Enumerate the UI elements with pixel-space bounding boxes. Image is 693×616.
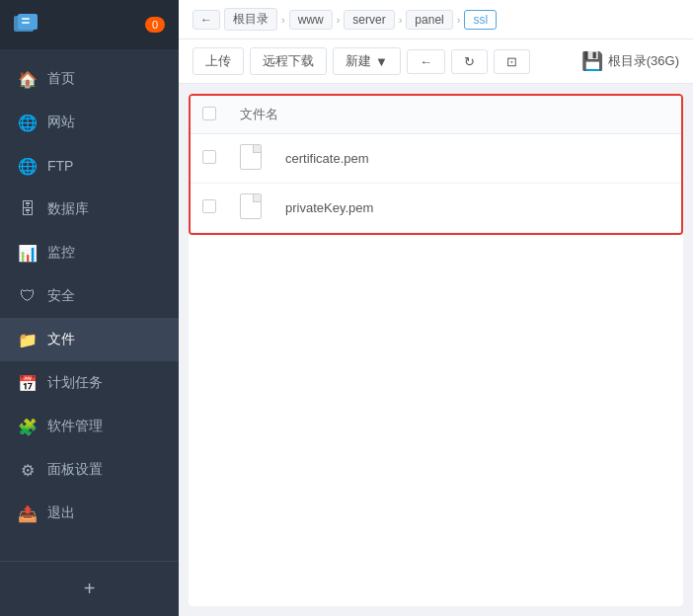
column-filename: 文件名	[228, 96, 610, 134]
refresh-icon: ↻	[464, 54, 475, 69]
sidebar-item-label: 计划任务	[47, 374, 103, 392]
sidebar-item-label: 安全	[47, 287, 75, 305]
logo	[14, 14, 41, 36]
back-icon: ←	[420, 54, 432, 69]
column-check	[191, 96, 228, 134]
panel-icon: ⚙	[18, 460, 38, 480]
file-table: 文件名 certificate.pem	[191, 96, 681, 233]
sidebar: 0 🏠 首页 🌐 网站 🌐 FTP 🗄 数据库 📊 监控 🛡 安全 📁 文	[0, 0, 179, 616]
sidebar-header: 0	[0, 0, 179, 49]
breadcrumb-root[interactable]: 根目录	[224, 8, 277, 31]
sidebar-item-database[interactable]: 🗄 数据库	[0, 188, 179, 231]
new-dropdown-icon: ▼	[375, 54, 388, 69]
back-button[interactable]: ←	[407, 49, 445, 74]
breadcrumb-www[interactable]: www	[289, 10, 333, 30]
file-doc-icon-2	[240, 193, 262, 219]
svg-rect-2	[22, 18, 30, 20]
breadcrumb-back-button[interactable]: ←	[192, 10, 220, 30]
upload-button[interactable]: 上传	[192, 47, 244, 75]
website-icon: 🌐	[18, 113, 38, 132]
sidebar-item-ftp[interactable]: 🌐 FTP	[0, 144, 179, 188]
sidebar-item-home[interactable]: 🏠 首页	[0, 57, 179, 101]
notification-badge[interactable]: 0	[145, 17, 165, 33]
file-name-2[interactable]: privateKey.pem	[273, 184, 610, 233]
file-checkbox-1[interactable]	[202, 150, 216, 164]
file-checkbox-2[interactable]	[202, 199, 216, 213]
logout-icon: 📤	[18, 503, 38, 523]
toolbar: 上传 远程下载 新建 ▼ ← ↻ ⊡ 💾 根目录(36G)	[179, 39, 693, 84]
sidebar-item-label: 监控	[47, 244, 75, 262]
software-icon: 🧩	[18, 417, 38, 436]
new-button[interactable]: 新建 ▼	[333, 47, 401, 75]
sidebar-item-label: FTP	[47, 158, 73, 174]
tasks-icon: 📅	[18, 373, 38, 393]
disk-icon: 💾	[581, 50, 603, 72]
breadcrumb-ssl[interactable]: ssl	[464, 10, 497, 30]
row-check-1	[191, 134, 228, 184]
sidebar-item-monitor[interactable]: 📊 监控	[0, 231, 179, 274]
sidebar-item-label: 面板设置	[47, 461, 103, 479]
sidebar-item-label: 退出	[47, 504, 75, 522]
home-icon: 🏠	[18, 69, 38, 89]
breadcrumb-panel[interactable]: panel	[406, 10, 452, 30]
disk-label: 根目录(36G)	[608, 52, 679, 70]
add-button[interactable]: +	[84, 578, 96, 600]
main-content: ← 根目录 › www › server › panel › ssl 上传 远程…	[179, 0, 693, 616]
file-doc-icon-1	[240, 144, 262, 170]
sidebar-nav: 🏠 首页 🌐 网站 🌐 FTP 🗄 数据库 📊 监控 🛡 安全 📁 文件 📅	[0, 49, 179, 561]
sidebar-item-security[interactable]: 🛡 安全	[0, 274, 179, 318]
svg-rect-3	[22, 22, 30, 24]
file-icon-cell-2	[228, 184, 273, 233]
remote-download-button[interactable]: 远程下载	[250, 47, 327, 75]
monitor-icon: 📊	[18, 243, 38, 263]
sidebar-footer: +	[0, 561, 179, 616]
new-label: 新建	[346, 52, 371, 70]
select-all-checkbox[interactable]	[202, 107, 216, 120]
file-actions-1	[610, 134, 681, 184]
table-row: privateKey.pem	[191, 184, 681, 233]
sidebar-item-label: 网站	[47, 114, 75, 131]
breadcrumb: ← 根目录 › www › server › panel › ssl	[179, 0, 693, 39]
sidebar-item-files[interactable]: 📁 文件	[0, 318, 179, 361]
file-icon-cell-1	[228, 134, 273, 184]
file-manager: 文件名 certificate.pem	[189, 94, 683, 606]
sidebar-item-logout[interactable]: 📤 退出	[0, 492, 179, 535]
sidebar-item-label: 文件	[47, 331, 75, 348]
breadcrumb-sep-1: ›	[281, 14, 285, 26]
sidebar-item-label: 软件管理	[47, 418, 103, 435]
back-arrow-icon: ←	[200, 13, 212, 27]
sidebar-item-software[interactable]: 🧩 软件管理	[0, 405, 179, 448]
sidebar-item-panel[interactable]: ⚙ 面板设置	[0, 448, 179, 492]
file-table-outline: 文件名 certificate.pem	[189, 94, 683, 235]
file-actions-2	[610, 184, 681, 233]
fullscreen-button[interactable]: ⊡	[494, 49, 530, 74]
breadcrumb-server[interactable]: server	[344, 10, 394, 30]
sidebar-item-label: 首页	[47, 70, 75, 88]
breadcrumb-sep-2: ›	[337, 14, 341, 26]
files-icon: 📁	[18, 330, 38, 349]
table-row: certificate.pem	[191, 134, 681, 184]
fullscreen-icon: ⊡	[506, 54, 517, 69]
sidebar-item-tasks[interactable]: 📅 计划任务	[0, 361, 179, 405]
disk-info: 💾 根目录(36G)	[581, 50, 679, 72]
refresh-button[interactable]: ↻	[451, 49, 488, 74]
breadcrumb-sep-3: ›	[399, 14, 403, 26]
file-name-1[interactable]: certificate.pem	[273, 134, 610, 184]
logo-icon	[14, 14, 41, 36]
ftp-icon: 🌐	[18, 156, 38, 176]
security-icon: 🛡	[18, 286, 38, 306]
breadcrumb-sep-4: ›	[457, 14, 461, 26]
column-extra	[610, 96, 681, 134]
row-check-2	[191, 184, 228, 233]
database-icon: 🗄	[18, 199, 38, 219]
sidebar-item-label: 数据库	[47, 200, 89, 218]
sidebar-item-website[interactable]: 🌐 网站	[0, 101, 179, 144]
